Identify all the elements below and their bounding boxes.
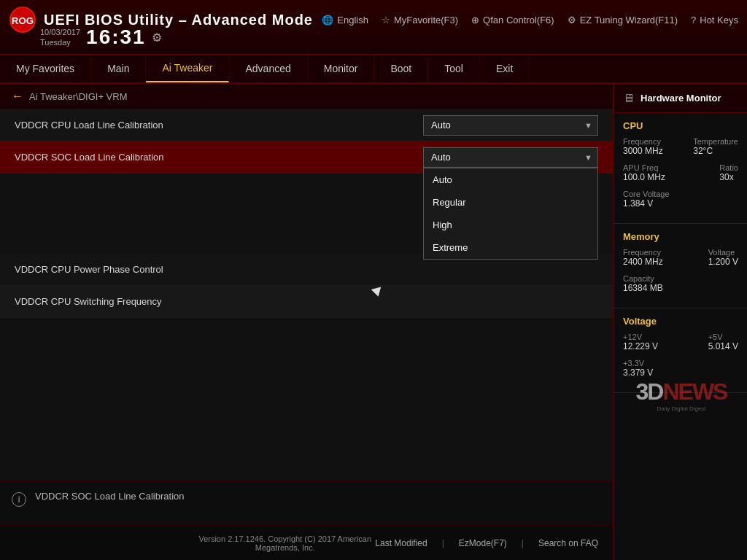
status-message: VDDCR SOC Load Line Calibration (35, 491, 184, 502)
hw-mem-voltage-value: 1.200 V (708, 257, 738, 267)
day-display: Tuesday (40, 37, 80, 47)
info-icon: i (12, 492, 26, 507)
setting-label-vddcr-soc-llc: VDDCR SOC Load Line Calibration (15, 152, 163, 163)
watermark-logo: 3DNEWS (636, 378, 727, 405)
setting-label-vddcr-cpu-ppc: VDDCR CPU Power Phase Control (15, 264, 163, 275)
nav-bar: My Favorites Main Ai Tweaker Advanced Mo… (0, 55, 747, 84)
header: ROG UEFI BIOS Utility – Advanced Mode 🌐 … (0, 0, 747, 55)
nav-boot[interactable]: Boot (374, 55, 428, 82)
hw-mem-capacity-value: 16384 MB (623, 283, 663, 293)
star-icon: ☆ (382, 15, 390, 26)
nav-monitor[interactable]: Monitor (308, 55, 375, 82)
setting-label-vddcr-cpu-sf: VDDCR CPU Switching Frequency (15, 296, 162, 307)
svg-text:ROG: ROG (12, 15, 34, 26)
main-layout: ← Ai Tweaker\DIGI+ VRM VDDCR CPU Load Li… (0, 84, 747, 560)
footer-divider: | (442, 538, 444, 548)
hw-core-voltage-label: Core Voltage (623, 190, 670, 198)
rog-logo-icon: ROG (9, 6, 36, 34)
setting-row-vddcr-cpu-llc: VDDCR CPU Load Line Calibration Auto Reg… (0, 109, 613, 141)
dropdown-open-soc-llc: Auto Auto Regular High Extreme (423, 147, 598, 168)
breadcrumb-path: Ai Tweaker\DIGI+ VRM (29, 91, 128, 102)
nav-ai-tweaker[interactable]: Ai Tweaker (146, 55, 229, 82)
setting-value-vddcr-soc-llc: Auto Auto Regular High Extreme (423, 147, 598, 168)
content-area: ← Ai Tweaker\DIGI+ VRM VDDCR CPU Load Li… (0, 84, 613, 560)
dropdown-option-regular[interactable]: Regular (424, 191, 597, 214)
dropdown-option-auto[interactable]: Auto (424, 168, 597, 191)
help-icon: ? (691, 15, 696, 26)
hw-cpu-temp-value: 32°C (693, 146, 738, 156)
setting-row-vddcr-soc-llc: VDDCR SOC Load Line Calibration Auto Aut… (0, 141, 613, 174)
language-selector[interactable]: 🌐 English (322, 15, 368, 26)
3dnews-watermark: 3DNEWS Daily Digital Digest (614, 371, 747, 419)
hot-keys-button[interactable]: ? Hot Keys (691, 15, 738, 26)
nav-advanced[interactable]: Advanced (229, 55, 307, 82)
setting-row-vddcr-cpu-sf: VDDCR CPU Switching Frequency (0, 286, 613, 318)
setting-label-vddcr-cpu-llc: VDDCR CPU Load Line Calibration (15, 120, 163, 131)
hw-core-voltage-row: Core Voltage 1.384 V (623, 190, 738, 211)
qfan-control-button[interactable]: ⊕ Qfan Control(F6) (471, 15, 554, 26)
nav-my-favorites[interactable]: My Favorites (0, 55, 91, 82)
hw-cpu-temp-label: Temperature (693, 137, 738, 146)
datetime-area: 10/03/2017 Tuesday 16:31 ⚙ (40, 26, 162, 49)
date-display: 10/03/2017 (40, 27, 80, 37)
nav-tool[interactable]: Tool (428, 55, 480, 82)
ez-tuning-button[interactable]: ⚙ EZ Tuning Wizard(F11) (568, 15, 678, 26)
hw-memory-section: Memory Frequency 2400 MHz Voltage 1.200 … (614, 224, 747, 308)
search-faq-button[interactable]: Search on FAQ (538, 538, 598, 548)
hw-cpu-section: CPU Frequency 3000 MHz Temperature 32°C … (614, 113, 747, 224)
monitor-screen-icon: 🖥 (623, 92, 635, 105)
hw-mem-capacity-label: Capacity (623, 274, 663, 283)
footer: Version 2.17.1246. Copyright (C) 2017 Am… (0, 525, 613, 560)
nav-main[interactable]: Main (91, 55, 146, 82)
hw-cpu-freq-value: 3000 MHz (623, 146, 663, 156)
back-arrow-icon[interactable]: ← (12, 90, 23, 103)
hw-v33-label: +3.3V (623, 359, 653, 368)
globe-icon: 🌐 (322, 15, 333, 26)
dropdown-option-extreme[interactable]: Extreme (424, 236, 597, 259)
time-display: 16:31 (86, 26, 146, 49)
footer-divider2: | (522, 538, 524, 548)
hw-apu-freq-label: APU Freq (623, 163, 665, 172)
hw-v12-label: +12V (623, 332, 658, 341)
watermark-sub: Daily Digital Digest (636, 405, 727, 412)
footer-version: Version 2.17.1246. Copyright (C) 2017 Am… (195, 534, 375, 552)
breadcrumb: ← Ai Tweaker\DIGI+ VRM (0, 84, 613, 109)
dropdown-wrapper-vddcr-cpu-llc[interactable]: Auto Regular High Extreme (423, 115, 598, 136)
hw-ratio-label: Ratio (719, 163, 738, 172)
last-modified-label: Last Modified (375, 538, 427, 548)
footer-right: Last Modified | EzMode(F7) | Search on F… (375, 538, 598, 548)
hw-monitor-title: Hardware Monitor (640, 93, 721, 104)
hw-cpu-freq-row: Frequency 3000 MHz Temperature 32°C (623, 137, 738, 159)
dropdown-menu-soc-llc: Auto Regular High Extreme (423, 168, 598, 260)
hw-mem-freq-row: Frequency 2400 MHz Voltage 1.200 V (623, 248, 738, 270)
my-favorite-button[interactable]: ☆ MyFavorite(F3) (382, 15, 458, 26)
dropdown-option-high[interactable]: High (424, 214, 597, 236)
hw-v12-row: +12V 12.229 V +5V 5.014 V (623, 332, 738, 354)
hw-mem-capacity-row: Capacity 16384 MB (623, 274, 738, 296)
hw-v12-value: 12.229 V (623, 341, 658, 351)
dropdown-vddcr-cpu-llc[interactable]: Auto Regular High Extreme (423, 115, 598, 136)
hw-cpu-title: CPU (623, 120, 738, 131)
dropdown-header-soc-llc[interactable]: Auto (423, 147, 598, 168)
hw-mem-freq-label: Frequency (623, 248, 663, 257)
hw-memory-title: Memory (623, 231, 738, 242)
hw-v5-label: +5V (708, 332, 738, 341)
wand-icon: ⚙ (568, 15, 576, 26)
hw-core-voltage-value: 1.384 V (623, 198, 670, 209)
hw-v5-value: 5.014 V (708, 341, 738, 351)
status-bar: i VDDCR SOC Load Line Calibration (0, 481, 613, 525)
hw-mem-freq-value: 2400 MHz (623, 257, 663, 267)
ez-mode-button[interactable]: EzMode(F7) (459, 538, 507, 548)
hardware-monitor-panel: 🖥 Hardware Monitor CPU Frequency 3000 MH… (613, 84, 747, 560)
header-icons: 🌐 English ☆ MyFavorite(F3) ⊕ Qfan Contro… (322, 15, 738, 26)
hw-cpu-freq-label: Frequency (623, 137, 663, 146)
settings-area: VDDCR CPU Load Line Calibration Auto Reg… (0, 109, 613, 481)
hw-voltage-title: Voltage (623, 316, 738, 327)
settings-gear-icon[interactable]: ⚙ (152, 31, 162, 44)
nav-exit[interactable]: Exit (480, 55, 530, 82)
hw-monitor-title-bar: 🖥 Hardware Monitor (614, 84, 747, 113)
hw-cpu-apu-row: APU Freq 100.0 MHz Ratio 30x (623, 163, 738, 185)
hw-apu-freq-value: 100.0 MHz (623, 172, 665, 182)
fan-icon: ⊕ (471, 15, 479, 26)
hw-mem-voltage-label: Voltage (708, 248, 738, 257)
